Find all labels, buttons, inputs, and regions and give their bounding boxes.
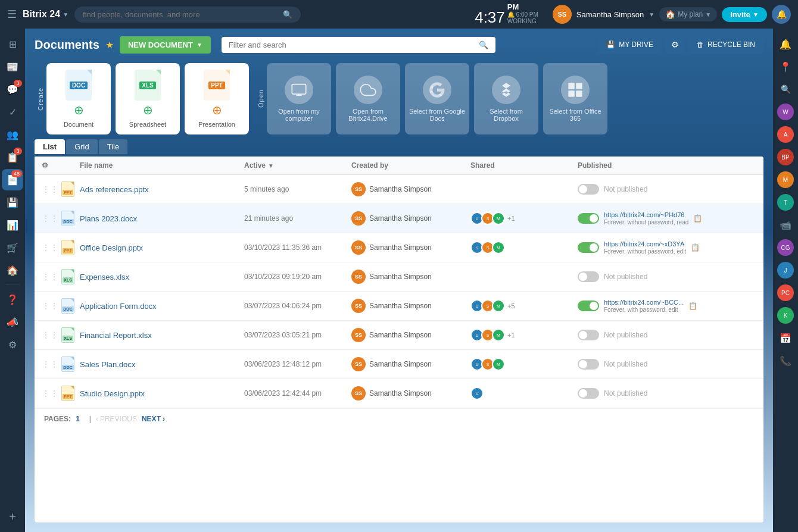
invite-button[interactable]: Invite ▼	[722, 7, 767, 22]
right-user6-icon[interactable]: CG	[775, 237, 796, 258]
right-phone-icon[interactable]: 📞	[775, 350, 796, 371]
sidebar-item-chat[interactable]: 💬 3	[2, 79, 23, 100]
sidebar-item-drive[interactable]: 💾	[2, 192, 23, 213]
sidebar-item-contacts[interactable]: 👥	[2, 124, 23, 145]
tab-list[interactable]: List	[35, 139, 65, 154]
right-user5-icon[interactable]: T	[775, 192, 796, 213]
file-active-date: 03/06/2023 12:48:12 pm	[244, 360, 351, 368]
publish-toggle[interactable]	[578, 184, 599, 195]
publish-toggle[interactable]	[578, 271, 599, 282]
user-menu[interactable]: SS Samantha Simpson ▼	[553, 5, 654, 24]
search-input[interactable]	[83, 10, 278, 19]
menu-icon[interactable]: ☰	[7, 8, 17, 21]
right-user2-icon[interactable]: A	[775, 124, 796, 145]
file-name[interactable]: Office Design.pptx	[80, 243, 244, 252]
publish-toggle[interactable]	[578, 213, 599, 224]
card-presentation[interactable]: PPT ⊕ Presentation	[185, 63, 249, 134]
right-calendar-icon[interactable]: 📅	[775, 327, 796, 349]
right-user7-icon[interactable]: J	[775, 259, 796, 281]
next-button[interactable]: NEXT ›	[142, 415, 165, 423]
previous-button[interactable]: ‹ PREVIOUS	[96, 415, 137, 423]
card-select-office[interactable]: Select from Office 365	[543, 63, 607, 134]
copy-link-icon[interactable]: 📋	[693, 214, 702, 223]
card-document[interactable]: DOC ⊕ Document	[46, 63, 111, 134]
card-open-computer[interactable]: Open from my computer	[267, 63, 331, 134]
right-search-icon[interactable]: 🔍	[775, 79, 796, 100]
publish-url[interactable]: https://bitrix24.com/~BCC...	[604, 299, 684, 306]
favorite-star-icon[interactable]: ★	[105, 39, 114, 51]
row-drag-icon[interactable]: ⋮⋮	[42, 330, 61, 340]
right-user1-icon[interactable]: W	[775, 101, 796, 123]
logo[interactable]: Bitrix 24 ▼	[23, 9, 68, 20]
pagination-separator: |	[89, 415, 91, 423]
filter-input[interactable]	[229, 40, 474, 49]
right-user9-icon[interactable]: K	[775, 305, 796, 326]
card-select-dropbox[interactable]: Select from Dropbox	[474, 63, 538, 134]
right-location-icon[interactable]: 📍	[775, 56, 796, 77]
plan-button[interactable]: 🏠 My plan ▼	[659, 7, 717, 21]
file-name[interactable]: Sales Plan.docx	[80, 360, 244, 369]
right-video-icon[interactable]: 📹	[775, 214, 796, 236]
recycle-btn-icon: 🗑	[697, 40, 704, 49]
sidebar-item-docs[interactable]: 📄 48	[2, 169, 23, 190]
recycle-bin-button[interactable]: 🗑 RECYCLE BIN	[688, 36, 763, 54]
file-name[interactable]: Expenses.xlsx	[80, 273, 244, 281]
col-active[interactable]: Active ▼	[244, 161, 351, 170]
publish-url[interactable]: https://bitrix24.com/~xD3YA	[604, 240, 686, 248]
publish-toggle[interactable]	[578, 242, 599, 253]
file-creator: SS Samantha Simpson	[351, 240, 470, 255]
logo-dropdown-icon[interactable]: ▼	[63, 11, 68, 18]
card-spreadsheet[interactable]: XLS ⊕ Spreadsheet	[116, 63, 180, 134]
settings-button[interactable]: ⚙	[665, 36, 685, 54]
row-drag-icon[interactable]: ⋮⋮	[42, 272, 61, 281]
sidebar-item-add[interactable]: +	[2, 506, 23, 527]
file-name[interactable]: Ads references.pptx	[80, 185, 244, 194]
row-drag-icon[interactable]: ⋮⋮	[42, 301, 61, 311]
publish-url[interactable]: https://bitrix24.com/~PHd76	[604, 211, 688, 218]
tab-grid[interactable]: Grid	[66, 139, 98, 154]
filter-search-bar[interactable]: 🔍	[222, 37, 495, 53]
file-creator: SS Samantha Simpson	[351, 211, 470, 226]
file-name[interactable]: Application Form.docx	[80, 302, 244, 311]
right-user8-icon[interactable]: PC	[775, 282, 796, 303]
sidebar-item-marketing[interactable]: 📣	[2, 311, 23, 333]
sidebar-item-crm[interactable]: 📋 3	[2, 146, 23, 168]
sidebar-item-feed[interactable]: 📰	[2, 56, 23, 77]
card-select-google[interactable]: Select from Google Docs	[405, 63, 469, 134]
right-user3-icon[interactable]: BP	[775, 146, 796, 168]
file-name[interactable]: Plans 2023.docx	[80, 214, 244, 223]
tab-tile[interactable]: Tile	[99, 139, 127, 154]
copy-link-icon[interactable]: 📋	[688, 302, 697, 310]
right-notifications-icon[interactable]: 🔔	[775, 33, 796, 55]
publish-toggle[interactable]	[578, 301, 599, 311]
publish-toggle[interactable]	[578, 359, 599, 370]
row-drag-icon[interactable]: ⋮⋮	[42, 359, 61, 369]
card-open-bitrix[interactable]: Open from Bitrix24.Drive	[336, 63, 400, 134]
col-settings[interactable]: ⚙	[42, 161, 61, 170]
my-drive-button[interactable]: 💾 MY DRIVE	[598, 36, 662, 54]
right-user4-icon[interactable]: M	[775, 169, 796, 190]
row-drag-icon[interactable]: ⋮⋮	[42, 243, 61, 252]
sidebar-item-projects[interactable]: 📊	[2, 214, 23, 236]
sidebar-item-sites[interactable]: 🏠	[2, 259, 23, 281]
sidebar-item-settings[interactable]: ⚙	[2, 334, 23, 355]
sidebar-item-shop[interactable]: 🛒	[2, 237, 23, 258]
file-name[interactable]: Studio Design.pptx	[80, 389, 244, 398]
table-row: ⋮⋮ DOC Plans 2023.docx 21 minutes ago SS…	[35, 204, 763, 233]
sidebar-item-tasks[interactable]: ✓	[2, 101, 23, 123]
row-drag-icon[interactable]: ⋮⋮	[42, 389, 61, 398]
copy-link-icon[interactable]: 📋	[691, 243, 700, 252]
user-dropdown-icon[interactable]: ▼	[649, 11, 654, 18]
file-active-date: 03/07/2023 03:05:21 pm	[244, 331, 351, 339]
notifications-icon[interactable]: 🔔	[772, 5, 791, 24]
sidebar-item-home[interactable]: ⊞	[2, 33, 23, 55]
new-document-button[interactable]: NEW DOCUMENT ▼	[120, 36, 211, 54]
sidebar-item-help[interactable]: ❓	[2, 289, 23, 310]
search-bar[interactable]: 🔍	[74, 7, 301, 23]
publish-toggle[interactable]	[578, 330, 599, 340]
file-name[interactable]: Financial Report.xlsx	[80, 331, 244, 340]
row-drag-icon[interactable]: ⋮⋮	[42, 184, 61, 194]
publish-toggle[interactable]	[578, 388, 599, 399]
row-drag-icon[interactable]: ⋮⋮	[42, 214, 61, 223]
file-type-icon: PPT	[61, 181, 75, 198]
